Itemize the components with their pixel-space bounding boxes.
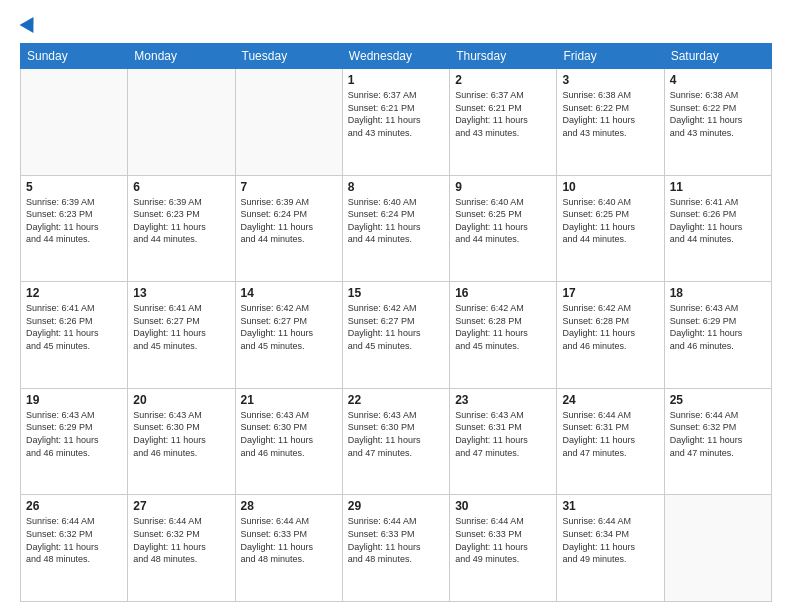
day-info: Sunrise: 6:38 AM Sunset: 6:22 PM Dayligh… (670, 89, 766, 139)
calendar-cell: 31Sunrise: 6:44 AM Sunset: 6:34 PM Dayli… (557, 495, 664, 602)
calendar-cell: 14Sunrise: 6:42 AM Sunset: 6:27 PM Dayli… (235, 282, 342, 389)
day-header-monday: Monday (128, 44, 235, 69)
day-header-tuesday: Tuesday (235, 44, 342, 69)
calendar-cell (235, 69, 342, 176)
calendar-cell: 22Sunrise: 6:43 AM Sunset: 6:30 PM Dayli… (342, 388, 449, 495)
day-info: Sunrise: 6:40 AM Sunset: 6:25 PM Dayligh… (562, 196, 658, 246)
day-number: 9 (455, 180, 551, 194)
day-info: Sunrise: 6:43 AM Sunset: 6:29 PM Dayligh… (670, 302, 766, 352)
calendar-cell: 2Sunrise: 6:37 AM Sunset: 6:21 PM Daylig… (450, 69, 557, 176)
day-number: 3 (562, 73, 658, 87)
day-info: Sunrise: 6:42 AM Sunset: 6:27 PM Dayligh… (241, 302, 337, 352)
day-number: 29 (348, 499, 444, 513)
calendar-cell: 20Sunrise: 6:43 AM Sunset: 6:30 PM Dayli… (128, 388, 235, 495)
header (20, 16, 772, 33)
day-info: Sunrise: 6:41 AM Sunset: 6:26 PM Dayligh… (26, 302, 122, 352)
day-info: Sunrise: 6:44 AM Sunset: 6:33 PM Dayligh… (348, 515, 444, 565)
day-info: Sunrise: 6:43 AM Sunset: 6:30 PM Dayligh… (241, 409, 337, 459)
day-number: 27 (133, 499, 229, 513)
calendar-cell: 30Sunrise: 6:44 AM Sunset: 6:33 PM Dayli… (450, 495, 557, 602)
day-info: Sunrise: 6:43 AM Sunset: 6:29 PM Dayligh… (26, 409, 122, 459)
day-info: Sunrise: 6:40 AM Sunset: 6:25 PM Dayligh… (455, 196, 551, 246)
day-number: 8 (348, 180, 444, 194)
logo-triangle-icon (20, 13, 41, 33)
day-header-thursday: Thursday (450, 44, 557, 69)
day-info: Sunrise: 6:39 AM Sunset: 6:23 PM Dayligh… (26, 196, 122, 246)
day-number: 1 (348, 73, 444, 87)
day-number: 31 (562, 499, 658, 513)
day-number: 17 (562, 286, 658, 300)
calendar-cell: 13Sunrise: 6:41 AM Sunset: 6:27 PM Dayli… (128, 282, 235, 389)
day-number: 6 (133, 180, 229, 194)
day-info: Sunrise: 6:39 AM Sunset: 6:24 PM Dayligh… (241, 196, 337, 246)
day-number: 11 (670, 180, 766, 194)
calendar-cell: 18Sunrise: 6:43 AM Sunset: 6:29 PM Dayli… (664, 282, 771, 389)
day-info: Sunrise: 6:40 AM Sunset: 6:24 PM Dayligh… (348, 196, 444, 246)
day-number: 24 (562, 393, 658, 407)
day-info: Sunrise: 6:44 AM Sunset: 6:33 PM Dayligh… (455, 515, 551, 565)
day-info: Sunrise: 6:42 AM Sunset: 6:28 PM Dayligh… (455, 302, 551, 352)
day-info: Sunrise: 6:44 AM Sunset: 6:34 PM Dayligh… (562, 515, 658, 565)
day-info: Sunrise: 6:44 AM Sunset: 6:32 PM Dayligh… (670, 409, 766, 459)
day-info: Sunrise: 6:37 AM Sunset: 6:21 PM Dayligh… (455, 89, 551, 139)
day-number: 13 (133, 286, 229, 300)
calendar-cell: 17Sunrise: 6:42 AM Sunset: 6:28 PM Dayli… (557, 282, 664, 389)
day-info: Sunrise: 6:38 AM Sunset: 6:22 PM Dayligh… (562, 89, 658, 139)
day-number: 10 (562, 180, 658, 194)
calendar-table: SundayMondayTuesdayWednesdayThursdayFrid… (20, 43, 772, 602)
calendar-cell: 28Sunrise: 6:44 AM Sunset: 6:33 PM Dayli… (235, 495, 342, 602)
calendar-cell: 10Sunrise: 6:40 AM Sunset: 6:25 PM Dayli… (557, 175, 664, 282)
calendar-cell: 6Sunrise: 6:39 AM Sunset: 6:23 PM Daylig… (128, 175, 235, 282)
day-info: Sunrise: 6:44 AM Sunset: 6:31 PM Dayligh… (562, 409, 658, 459)
day-number: 20 (133, 393, 229, 407)
calendar-cell: 21Sunrise: 6:43 AM Sunset: 6:30 PM Dayli… (235, 388, 342, 495)
day-header-wednesday: Wednesday (342, 44, 449, 69)
day-number: 26 (26, 499, 122, 513)
day-number: 28 (241, 499, 337, 513)
calendar-cell: 25Sunrise: 6:44 AM Sunset: 6:32 PM Dayli… (664, 388, 771, 495)
day-info: Sunrise: 6:44 AM Sunset: 6:33 PM Dayligh… (241, 515, 337, 565)
day-header-friday: Friday (557, 44, 664, 69)
calendar-cell: 9Sunrise: 6:40 AM Sunset: 6:25 PM Daylig… (450, 175, 557, 282)
calendar-cell: 11Sunrise: 6:41 AM Sunset: 6:26 PM Dayli… (664, 175, 771, 282)
day-number: 15 (348, 286, 444, 300)
calendar-cell: 23Sunrise: 6:43 AM Sunset: 6:31 PM Dayli… (450, 388, 557, 495)
calendar-cell: 16Sunrise: 6:42 AM Sunset: 6:28 PM Dayli… (450, 282, 557, 389)
calendar-cell: 27Sunrise: 6:44 AM Sunset: 6:32 PM Dayli… (128, 495, 235, 602)
day-info: Sunrise: 6:42 AM Sunset: 6:27 PM Dayligh… (348, 302, 444, 352)
day-number: 19 (26, 393, 122, 407)
day-number: 30 (455, 499, 551, 513)
day-number: 12 (26, 286, 122, 300)
calendar-cell: 24Sunrise: 6:44 AM Sunset: 6:31 PM Dayli… (557, 388, 664, 495)
day-header-sunday: Sunday (21, 44, 128, 69)
calendar-cell: 12Sunrise: 6:41 AM Sunset: 6:26 PM Dayli… (21, 282, 128, 389)
day-header-saturday: Saturday (664, 44, 771, 69)
day-number: 18 (670, 286, 766, 300)
calendar-cell: 15Sunrise: 6:42 AM Sunset: 6:27 PM Dayli… (342, 282, 449, 389)
calendar-cell: 8Sunrise: 6:40 AM Sunset: 6:24 PM Daylig… (342, 175, 449, 282)
calendar-cell (128, 69, 235, 176)
day-number: 7 (241, 180, 337, 194)
logo (20, 16, 38, 33)
day-number: 21 (241, 393, 337, 407)
day-number: 22 (348, 393, 444, 407)
calendar-cell (664, 495, 771, 602)
calendar-cell: 5Sunrise: 6:39 AM Sunset: 6:23 PM Daylig… (21, 175, 128, 282)
day-info: Sunrise: 6:39 AM Sunset: 6:23 PM Dayligh… (133, 196, 229, 246)
day-info: Sunrise: 6:44 AM Sunset: 6:32 PM Dayligh… (133, 515, 229, 565)
day-number: 2 (455, 73, 551, 87)
calendar-cell: 3Sunrise: 6:38 AM Sunset: 6:22 PM Daylig… (557, 69, 664, 176)
calendar-cell: 7Sunrise: 6:39 AM Sunset: 6:24 PM Daylig… (235, 175, 342, 282)
day-number: 5 (26, 180, 122, 194)
day-number: 16 (455, 286, 551, 300)
day-info: Sunrise: 6:41 AM Sunset: 6:27 PM Dayligh… (133, 302, 229, 352)
calendar-cell: 1Sunrise: 6:37 AM Sunset: 6:21 PM Daylig… (342, 69, 449, 176)
day-info: Sunrise: 6:41 AM Sunset: 6:26 PM Dayligh… (670, 196, 766, 246)
day-info: Sunrise: 6:37 AM Sunset: 6:21 PM Dayligh… (348, 89, 444, 139)
logo-text (20, 16, 38, 33)
day-info: Sunrise: 6:43 AM Sunset: 6:30 PM Dayligh… (133, 409, 229, 459)
day-info: Sunrise: 6:43 AM Sunset: 6:31 PM Dayligh… (455, 409, 551, 459)
day-info: Sunrise: 6:44 AM Sunset: 6:32 PM Dayligh… (26, 515, 122, 565)
day-number: 25 (670, 393, 766, 407)
calendar-cell: 29Sunrise: 6:44 AM Sunset: 6:33 PM Dayli… (342, 495, 449, 602)
